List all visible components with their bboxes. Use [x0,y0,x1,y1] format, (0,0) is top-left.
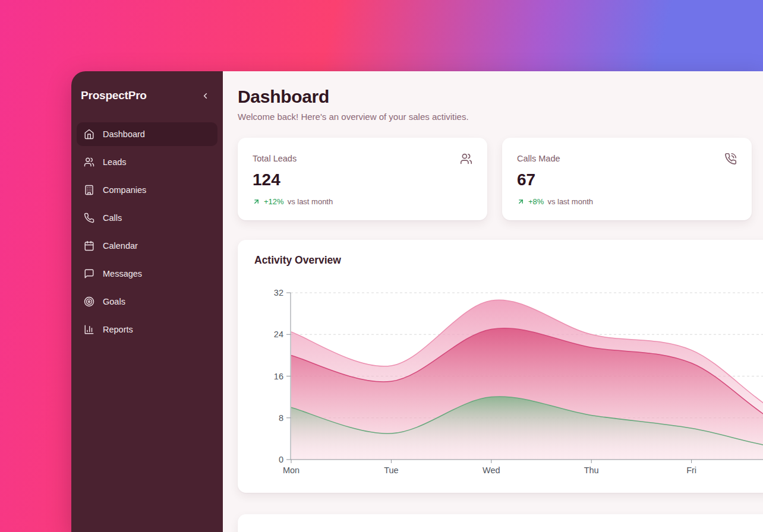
sidebar-item-dashboard[interactable]: Dashboard [77,122,217,146]
x-tick-label: Wed [483,466,500,475]
sidebar-item-label: Calendar [103,241,138,251]
stat-value: 67 [517,170,737,189]
users-icon [460,153,472,165]
building-icon [84,185,94,195]
x-tick-label: Mon [283,466,299,475]
x-tick-label: Fri [686,466,696,475]
calendar-icon [84,240,94,251]
sidebar-item-label: Calls [103,213,122,223]
stat-card-calls-made: Calls Made 67 +8% vs last month [502,138,752,220]
app-window: ProspectPro Dashboard Leads [71,71,763,532]
sidebar-item-label: Goals [103,297,125,306]
bottom-card-stub [238,514,763,532]
phone-call-icon [724,153,737,165]
arrow-up-right-icon [517,198,525,205]
home-icon [84,129,94,140]
bar-chart-icon [84,324,94,335]
app-logo: ProspectPro [81,89,147,102]
sidebar-item-goals[interactable]: Goals [77,290,217,314]
sidebar-item-label: Messages [103,269,142,278]
activity-chart: 08162432MonTueWedThuFriSatSun [238,240,763,493]
stat-trend: +12% vs last month [253,197,472,206]
stat-trend: +8% vs last month [517,197,737,206]
trend-note: vs last month [547,197,593,206]
sidebar-item-calendar[interactable]: Calendar [77,234,217,258]
stat-label: Calls Made [517,153,560,163]
sidebar-item-calls[interactable]: Calls [77,206,217,230]
sidebar-collapse-button[interactable] [199,90,211,102]
sidebar: ProspectPro Dashboard Leads [71,71,223,532]
sidebar-nav: Dashboard Leads Companies Calls [71,120,223,344]
sidebar-item-companies[interactable]: Companies [77,178,217,202]
page-subtitle: Welcome back! Here's an overview of your… [238,112,763,122]
chevron-left-icon [201,91,210,100]
sidebar-item-label: Leads [103,157,127,167]
trend-note: vs last month [288,197,333,206]
users-icon [84,157,94,167]
x-tick-label: Thu [584,466,599,475]
phone-icon [84,213,94,223]
trend-percent: +8% [528,197,544,206]
stats-row: Total Leads 124 +12% vs last month Calls [238,138,763,220]
stat-card-total-leads: Total Leads 124 +12% vs last month [238,138,487,220]
stat-label: Total Leads [253,153,297,163]
message-square-icon [84,268,94,279]
y-tick-label: 32 [274,288,283,297]
sidebar-item-label: Dashboard [103,129,145,139]
sidebar-item-messages[interactable]: Messages [77,262,217,286]
y-tick-label: 8 [279,413,283,423]
target-icon [84,296,94,307]
sidebar-item-leads[interactable]: Leads [77,150,217,174]
y-tick-label: 24 [274,330,283,339]
sidebar-header: ProspectPro [71,71,223,120]
sidebar-item-reports[interactable]: Reports [77,318,217,341]
sidebar-item-label: Reports [103,325,133,334]
y-tick-label: 16 [274,372,283,381]
sidebar-item-label: Companies [103,185,146,195]
activity-overview-card: Activity Overview 08162432MonTueWedThuFr… [238,240,763,493]
x-tick-label: Tue [384,466,398,475]
main-content: Dashboard Welcome back! Here's an overvi… [223,71,763,532]
page-title: Dashboard [238,87,763,107]
trend-percent: +12% [264,197,284,206]
y-tick-label: 0 [279,455,283,464]
arrow-up-right-icon [253,198,260,205]
stat-value: 124 [253,170,472,189]
